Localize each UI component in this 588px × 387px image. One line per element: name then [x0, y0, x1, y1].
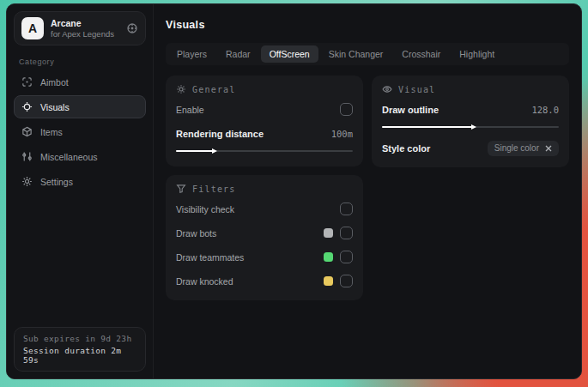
funnel-icon	[176, 184, 186, 194]
draw-outline-label: Draw outline	[382, 105, 439, 115]
draw-knocked-color-swatch[interactable]	[324, 276, 333, 286]
general-card-header: General	[176, 84, 353, 94]
app-logo: A	[21, 17, 44, 39]
draw-outline-row: Draw outline 128.0	[382, 100, 559, 118]
slider-thumb-icon[interactable]	[471, 124, 476, 130]
sun-icon	[176, 84, 186, 94]
sidebar-item-label: Settings	[40, 177, 73, 187]
sidebar-header: A Arcane for Apex Legends	[14, 11, 146, 45]
draw-bots-row: Draw bots	[176, 224, 353, 242]
slider-thumb-icon[interactable]	[212, 148, 217, 154]
style-color-label: Style color	[382, 143, 430, 154]
sidebar-nav: Aimbot Visuals Items	[14, 70, 146, 193]
visibility-check-row: Visibility check	[176, 200, 353, 218]
draw-teammates-color-swatch[interactable]	[324, 252, 333, 262]
draw-knocked-row: Draw knocked	[176, 272, 353, 290]
filters-card: Filters Visibility check Draw bots	[166, 175, 363, 300]
sliders-icon	[21, 151, 33, 162]
visual-card: Visual Draw outline 128.0 Style color	[372, 76, 569, 167]
main-panel: Visuals Players Radar OffScreen Skin Cha…	[154, 4, 581, 378]
style-color-row: Style color Single color	[382, 139, 559, 157]
app-window: A Arcane for Apex Legends Category	[6, 3, 582, 379]
sidebar-item-label: Visuals	[40, 102, 70, 112]
left-column: General Enable Rendering distance 100m	[166, 76, 363, 300]
slider-fill	[176, 150, 213, 152]
style-color-selected-value: Single color	[494, 143, 539, 153]
session-duration-text: Session duration 2m 59s	[23, 346, 136, 365]
content-grid: General Enable Rendering distance 100m	[166, 76, 569, 300]
sidebar: A Arcane for Apex Legends Category	[7, 4, 154, 378]
visual-card-title: Visual	[398, 85, 435, 94]
filters-card-title: Filters	[192, 184, 236, 194]
rendering-distance-label: Rendering distance	[176, 129, 264, 139]
rendering-distance-value: 100m	[331, 129, 353, 139]
tab-highlight[interactable]: Highlight	[451, 45, 503, 63]
sub-expiry-text: Sub expires in 9d 23h	[23, 334, 136, 343]
target-icon[interactable]	[126, 22, 138, 34]
draw-teammates-row: Draw teammates	[176, 248, 353, 266]
gear-icon	[21, 176, 33, 187]
subscription-info: Sub expires in 9d 23h Session duration 2…	[14, 327, 146, 372]
crosshair-icon	[21, 76, 33, 88]
tab-radar[interactable]: Radar	[217, 45, 259, 63]
draw-bots-color-swatch[interactable]	[324, 228, 333, 238]
rendering-distance-slider[interactable]	[176, 147, 353, 155]
sidebar-item-items[interactable]: Items	[14, 120, 146, 143]
slider-fill	[382, 126, 472, 128]
tab-offscreen[interactable]: OffScreen	[261, 45, 318, 63]
visibility-check-label: Visibility check	[176, 204, 234, 215]
sidebar-item-visuals[interactable]: Visuals	[14, 95, 146, 118]
draw-knocked-checkbox[interactable]	[340, 275, 353, 287]
enable-label: Enable	[176, 105, 204, 115]
app-name: Arcane	[51, 18, 114, 29]
draw-outline-slider[interactable]	[382, 123, 559, 131]
sidebar-item-label: Aimbot	[40, 77, 69, 88]
close-icon[interactable]	[545, 145, 552, 152]
sidebar-item-label: Miscellaneous	[40, 152, 98, 162]
sidebar-item-aimbot[interactable]: Aimbot	[14, 70, 146, 94]
focus-icon	[21, 101, 33, 112]
draw-knocked-label: Draw knocked	[176, 276, 233, 287]
general-card-title: General	[192, 85, 236, 94]
app-title-block: Arcane for Apex Legends	[51, 18, 114, 39]
sidebar-item-settings[interactable]: Settings	[14, 170, 146, 193]
tab-skin-changer[interactable]: Skin Changer	[320, 45, 392, 63]
general-card: General Enable Rendering distance 100m	[166, 76, 363, 166]
draw-teammates-checkbox[interactable]	[340, 251, 353, 263]
app-subtitle: for Apex Legends	[51, 29, 114, 39]
enable-checkbox[interactable]	[340, 103, 353, 116]
enable-row: Enable	[176, 100, 353, 118]
sidebar-item-miscellaneous[interactable]: Miscellaneous	[14, 145, 146, 168]
tab-crosshair[interactable]: Crosshair	[393, 45, 449, 63]
category-label: Category	[19, 57, 141, 66]
style-color-select[interactable]: Single color	[488, 141, 559, 156]
draw-outline-value: 128.0	[531, 105, 559, 115]
right-column: Visual Draw outline 128.0 Style color	[372, 76, 569, 167]
tab-bar: Players Radar OffScreen Skin Changer Cro…	[166, 43, 569, 65]
tab-players[interactable]: Players	[168, 45, 215, 63]
eye-icon	[382, 84, 392, 94]
sidebar-item-label: Items	[40, 127, 63, 137]
page-title: Visuals	[166, 19, 569, 31]
draw-teammates-label: Draw teammates	[176, 252, 244, 263]
filters-card-header: Filters	[176, 184, 353, 194]
draw-bots-label: Draw bots	[176, 228, 216, 239]
rendering-distance-row: Rendering distance 100m	[176, 124, 353, 142]
cube-icon	[21, 126, 33, 137]
visual-card-header: Visual	[382, 84, 559, 94]
visibility-check-checkbox[interactable]	[340, 203, 353, 215]
draw-bots-checkbox[interactable]	[340, 227, 353, 239]
